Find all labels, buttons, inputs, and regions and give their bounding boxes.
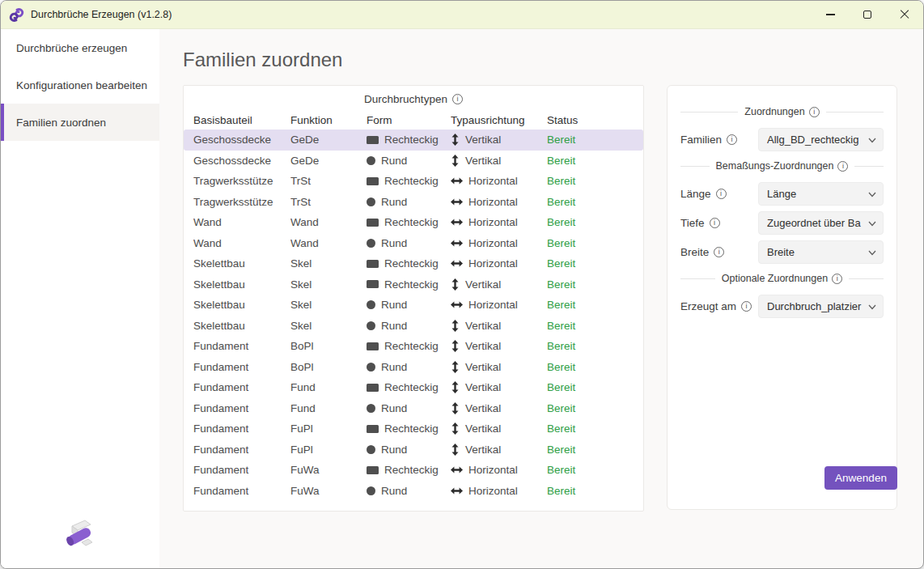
breite-dropdown[interactable]: Breite xyxy=(758,240,884,264)
table-row[interactable]: TragwerksstützeTrStRundHorizontalBereit xyxy=(184,192,643,213)
cell-basisbauteil: Skelettbau xyxy=(193,278,290,291)
zuordnungen-panel: Zuordnungen Familien Allg_BD_rechteckig … xyxy=(667,85,897,510)
table-row[interactable]: SkelettbauSkelRechteckigVertikalBereit xyxy=(184,274,643,295)
cell-status: Bereit xyxy=(547,361,643,373)
field-label: Erzeugt am xyxy=(680,300,736,312)
vertical-arrow-icon xyxy=(451,423,460,435)
circle-icon xyxy=(367,197,375,206)
cell-typausrichtung: Horizontal xyxy=(451,196,547,208)
info-icon[interactable] xyxy=(837,161,848,172)
info-icon[interactable] xyxy=(741,301,752,312)
vertical-arrow-icon xyxy=(451,320,460,332)
table-row[interactable]: FundamentBoPlRundVertikalBereit xyxy=(184,357,643,378)
table-row[interactable]: SkelettbauSkelRundVertikalBereit xyxy=(184,316,643,337)
cell-funktion: BoPl xyxy=(290,340,367,352)
title-bar[interactable]: Durchbrüche Erzeugen (v1.2.8) xyxy=(1,1,923,29)
cell-basisbauteil: Fundament xyxy=(193,340,290,352)
cell-status: Bereit xyxy=(547,444,643,456)
info-icon[interactable] xyxy=(452,94,463,104)
cell-typausrichtung: Horizontal xyxy=(451,299,547,311)
table-row[interactable]: SkelettbauSkelRundHorizontalBereit xyxy=(184,295,643,316)
cell-typausrichtung: Vertikal xyxy=(451,278,547,291)
cell-status: Bereit xyxy=(547,257,643,270)
cell-form: Rechteckig xyxy=(367,134,451,146)
cell-basisbauteil: Fundament xyxy=(193,402,290,414)
close-button[interactable] xyxy=(886,1,923,28)
cell-status: Bereit xyxy=(547,155,643,167)
column-header-basisbauteil: Basisbauteil xyxy=(193,114,290,126)
maximize-button[interactable] xyxy=(849,1,886,28)
familien-dropdown[interactable]: Allg_BD_rechteckig xyxy=(758,128,884,151)
erzeugt-am-dropdown[interactable]: Durchbruch_platzier xyxy=(758,295,884,318)
cell-funktion: Wand xyxy=(290,237,367,249)
sidebar-item-durchbrueche-erzeugen[interactable]: Durchbrüche erzeugen xyxy=(1,29,159,66)
cell-form: Rund xyxy=(367,237,451,249)
cell-typausrichtung: Vertikal xyxy=(451,320,547,332)
table-row[interactable]: WandWandRechteckigHorizontalBereit xyxy=(184,212,643,233)
table-row[interactable]: SkelettbauSkelRechteckigHorizontalBereit xyxy=(184,253,643,274)
column-header-form: Form xyxy=(367,114,451,126)
horizontal-arrow-icon xyxy=(451,239,463,248)
cell-basisbauteil: Geschossdecke xyxy=(193,155,290,167)
table-row[interactable]: FundamentFundRechteckigVertikalBereit xyxy=(184,377,643,398)
table-row[interactable]: GeschossdeckeGeDeRechteckigVertikalBerei… xyxy=(184,130,643,151)
cell-form: Rund xyxy=(367,361,451,373)
cell-basisbauteil: Skelettbau xyxy=(193,257,290,270)
cell-basisbauteil: Skelettbau xyxy=(193,320,290,332)
cell-status: Bereit xyxy=(547,340,643,352)
sidebar-item-familien-zuordnen[interactable]: Familien zuordnen xyxy=(1,104,159,141)
table-header-row: Basisbauteil Funktion Form Typausrichtun… xyxy=(184,110,643,130)
company-logo xyxy=(1,515,159,557)
info-icon[interactable] xyxy=(832,274,842,284)
cell-form: Rund xyxy=(367,196,451,208)
info-icon[interactable] xyxy=(714,247,724,257)
cell-funktion: GeDe xyxy=(290,155,367,167)
table-row[interactable]: FundamentFuWaRechteckigHorizontalBereit xyxy=(184,460,643,481)
apply-button[interactable]: Anwenden xyxy=(824,466,897,490)
sidebar: Durchbrüche erzeugen Konfigurationen bea… xyxy=(1,29,159,568)
minimize-icon xyxy=(826,14,835,15)
rectangle-icon xyxy=(367,260,379,268)
table-row[interactable]: FundamentFuPlRechteckigVertikalBereit xyxy=(184,418,643,439)
cell-form: Rechteckig xyxy=(367,340,451,352)
cell-status: Bereit xyxy=(547,175,643,187)
rectangle-icon xyxy=(367,425,379,433)
cell-basisbauteil: Wand xyxy=(193,237,290,249)
info-icon[interactable] xyxy=(727,134,737,145)
field-familien: Familien Allg_BD_rechteckig xyxy=(680,128,884,151)
table-title-label: Durchbruchtypen xyxy=(364,93,447,105)
cell-basisbauteil: Skelettbau xyxy=(193,299,290,311)
cell-typausrichtung: Horizontal xyxy=(451,237,547,249)
table-row[interactable]: TragwerksstützeTrStRechteckigHorizontalB… xyxy=(184,171,643,192)
field-label: Breite xyxy=(680,246,709,258)
cell-typausrichtung: Vertikal xyxy=(451,402,547,414)
cell-funktion: Fund xyxy=(290,381,367,393)
info-icon[interactable] xyxy=(809,107,820,117)
tiefe-dropdown[interactable]: Zugeordnet über Ba xyxy=(758,211,884,235)
cell-form: Rund xyxy=(367,402,451,414)
minimize-button[interactable] xyxy=(812,1,849,28)
table-row[interactable]: FundamentBoPlRechteckigVertikalBereit xyxy=(184,336,643,357)
cell-funktion: Skel xyxy=(290,257,367,270)
info-icon[interactable] xyxy=(710,218,720,228)
cell-typausrichtung: Vertikal xyxy=(451,134,547,146)
table-row[interactable]: FundamentFuPlRundVertikalBereit xyxy=(184,439,643,461)
cell-status: Bereit xyxy=(547,196,643,208)
cell-typausrichtung: Horizontal xyxy=(451,257,547,270)
table-row[interactable]: FundamentFuWaRundHorizontalBereit xyxy=(184,481,643,502)
window-title: Durchbrüche Erzeugen (v1.2.8) xyxy=(31,9,172,20)
laenge-dropdown[interactable]: Länge xyxy=(758,182,884,206)
table-row[interactable]: WandWandRundHorizontalBereit xyxy=(184,233,643,254)
sidebar-item-konfigurationen-bearbeiten[interactable]: Konfigurationen bearbeiten xyxy=(1,66,159,104)
table-row[interactable]: FundamentFundRundVertikalBereit xyxy=(184,398,643,419)
section-bemassungs-zuordnungen: Bemaßungs-Zuordnungen xyxy=(680,160,884,172)
cell-funktion: Skel xyxy=(290,320,367,332)
vertical-arrow-icon xyxy=(451,134,460,146)
table-row[interactable]: GeschossdeckeGeDeRundVertikalBereit xyxy=(184,151,643,172)
cell-form: Rund xyxy=(367,320,451,332)
cell-funktion: Skel xyxy=(290,299,367,311)
cell-form: Rechteckig xyxy=(367,257,451,270)
cell-funktion: FuWa xyxy=(290,485,367,497)
field-tiefe: Tiefe Zugeordnet über Ba xyxy=(680,211,884,235)
info-icon[interactable] xyxy=(716,189,727,199)
